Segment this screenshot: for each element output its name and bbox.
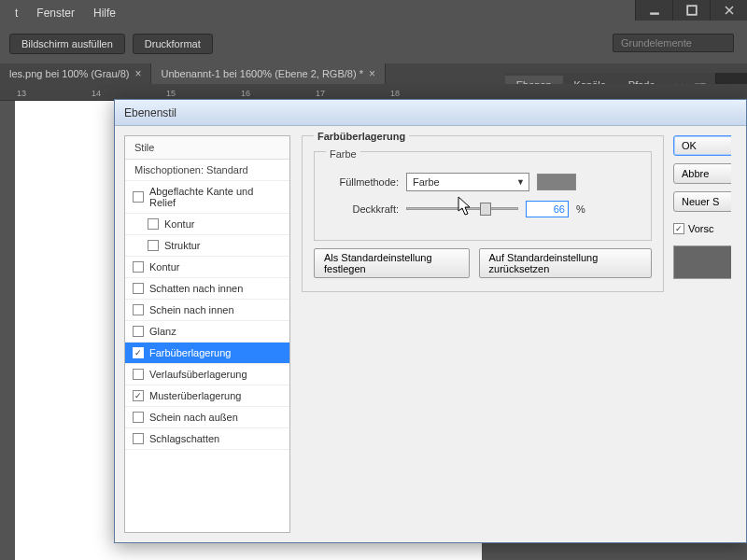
- close-button[interactable]: [710, 0, 747, 21]
- style-inner-glow[interactable]: Schein nach innen: [125, 300, 289, 321]
- style-color-overlay[interactable]: Farbüberlagerung: [125, 343, 289, 364]
- menu-bar: t Fenster Hilfe: [0, 0, 626, 26]
- style-label: Schlagschatten: [149, 433, 219, 444]
- style-kontur-sub[interactable]: Kontur: [125, 214, 289, 235]
- fill-method-label: Füllmethode:: [326, 176, 399, 188]
- new-style-button[interactable]: Neuer S: [673, 191, 731, 212]
- style-struktur[interactable]: Struktur: [125, 235, 289, 257]
- checkbox[interactable]: [133, 347, 144, 358]
- fill-screen-button[interactable]: Bildschirm ausfüllen: [9, 34, 125, 54]
- style-label: Schein nach außen: [149, 412, 238, 423]
- style-label: Kontur: [164, 218, 194, 230]
- close-icon[interactable]: ×: [369, 67, 375, 80]
- opacity-unit: %: [576, 203, 585, 215]
- doc-tab-2[interactable]: Unbenannt-1 bei 1600% (Ebene 2, RGB/8) *…: [151, 63, 386, 84]
- style-label: Farbüberlagerung: [149, 347, 231, 358]
- cancel-button[interactable]: Abbre: [673, 163, 731, 184]
- group-title: Farbüberlagerung: [314, 131, 409, 142]
- checkbox[interactable]: [148, 218, 159, 230]
- checkbox[interactable]: [133, 283, 144, 294]
- doc-tab-1[interactable]: les.png bei 100% (Grau/8) ×: [0, 63, 151, 84]
- print-format-button[interactable]: Druckformat: [133, 34, 213, 54]
- settings-panel: Farbüberlagerung Farbe Füllmethode: Farb…: [302, 135, 664, 533]
- styles-header[interactable]: Stile: [125, 136, 289, 160]
- checkbox[interactable]: [148, 240, 159, 251]
- checkbox[interactable]: [133, 304, 144, 315]
- opacity-input[interactable]: [526, 201, 569, 217]
- styles-list: Stile Mischoptionen: Standard Abgeflacht…: [124, 135, 290, 533]
- style-pattern-overlay[interactable]: Musterüberlagerung: [125, 385, 289, 407]
- doc-tab-label: les.png bei 100% (Grau/8): [9, 68, 129, 79]
- select-value: Farbe: [413, 176, 440, 188]
- style-outer-glow[interactable]: Schein nach außen: [125, 407, 289, 428]
- style-inner-shadow[interactable]: Schatten nach innen: [125, 278, 289, 300]
- checkbox[interactable]: [133, 261, 144, 273]
- layer-style-dialog: Ebenenstil Stile Mischoptionen: Standard…: [114, 99, 747, 543]
- preview-swatch: [673, 245, 731, 279]
- style-label: Musterüberlagerung: [149, 390, 241, 401]
- menu-hilfe[interactable]: Hilfe: [84, 3, 125, 23]
- maximize-button[interactable]: [672, 0, 710, 21]
- style-label: Struktur: [164, 240, 201, 251]
- menu-fenster[interactable]: Fenster: [27, 3, 84, 23]
- style-drop-shadow[interactable]: Schlagschatten: [125, 428, 289, 450]
- checkbox[interactable]: [133, 369, 144, 380]
- slider-thumb[interactable]: [480, 203, 491, 216]
- minimize-button[interactable]: [635, 0, 672, 21]
- style-label: Schein nach innen: [149, 304, 234, 315]
- close-icon[interactable]: ×: [134, 67, 141, 80]
- opacity-label: Deckkraft:: [326, 203, 399, 215]
- ruler-mark: 13: [17, 89, 92, 100]
- preview-label: Vorsc: [688, 223, 714, 234]
- subgroup-title: Farbe: [326, 148, 360, 160]
- svg-rect-1: [687, 6, 697, 15]
- dialog-title: Ebenenstil: [115, 100, 746, 126]
- style-satin[interactable]: Glanz: [125, 321, 289, 343]
- style-label: Kontur: [149, 261, 179, 273]
- workspace-select[interactable]: Grundelemente: [613, 34, 734, 52]
- style-label: Verlaufsüberlagerung: [149, 369, 247, 380]
- checkbox[interactable]: [133, 433, 144, 444]
- style-gradient-overlay[interactable]: Verlaufsüberlagerung: [125, 364, 289, 385]
- style-label: Abgeflachte Kante und Relief: [149, 186, 282, 208]
- style-label: Glanz: [149, 326, 176, 337]
- opacity-slider[interactable]: [406, 203, 518, 216]
- doc-tab-label: Unbenannt-1 bei 1600% (Ebene 2, RGB/8) *: [161, 68, 362, 79]
- reset-default-button[interactable]: Auf Standardeinstellung zurücksetzen: [479, 248, 652, 278]
- dialog-right-column: OK Abbre Neuer S Vorsc: [673, 135, 731, 533]
- menu-truncated[interactable]: t: [6, 3, 27, 23]
- set-default-button[interactable]: Als Standardeinstellung festlegen: [314, 248, 470, 278]
- preview-checkbox[interactable]: [673, 223, 684, 234]
- checkbox[interactable]: [133, 390, 144, 401]
- ok-button[interactable]: OK: [673, 135, 731, 156]
- fill-method-select[interactable]: Farbe ▼: [406, 173, 529, 191]
- style-kontur[interactable]: Kontur: [125, 257, 289, 278]
- checkbox[interactable]: [133, 326, 144, 337]
- color-swatch[interactable]: [537, 174, 576, 190]
- style-label: Schatten nach innen: [149, 283, 243, 294]
- checkbox[interactable]: [133, 412, 144, 423]
- chevron-down-icon: ▼: [516, 177, 525, 187]
- style-bevel[interactable]: Abgeflachte Kante und Relief: [125, 181, 289, 214]
- blend-options[interactable]: Mischoptionen: Standard: [125, 160, 289, 181]
- checkbox[interactable]: [133, 191, 144, 203]
